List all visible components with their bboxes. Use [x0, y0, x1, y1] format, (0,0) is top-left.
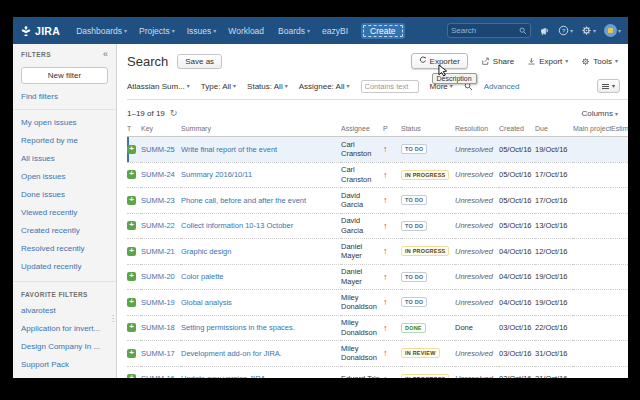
column-header[interactable]: Main project	[573, 122, 611, 137]
issue-row[interactable]: + SUMM-24 Summary 2016/10/11 Carl Cranst…	[127, 162, 628, 188]
nav-menu-item[interactable]: Workload	[222, 26, 272, 36]
create-button[interactable]: Create	[361, 23, 405, 39]
assignee-name[interactable]: David Garcia	[341, 216, 381, 235]
sidebar-favorite-item[interactable]: Support Pack	[13, 361, 116, 369]
issue-summary-link[interactable]: Setting permissions in the spaces.	[181, 323, 295, 332]
collapse-sidebar-icon[interactable]: «	[103, 50, 108, 59]
nav-menu-item[interactable]: eazyBI	[316, 26, 356, 36]
issue-summary-link[interactable]: Update new version JIRA	[181, 374, 266, 378]
issue-summary-link[interactable]: Graphic design	[181, 247, 231, 256]
nav-menu-item[interactable]: Dashboards▾	[70, 26, 133, 36]
help-icon[interactable]: ? ▾	[558, 25, 573, 36]
issue-summary-link[interactable]: Collect information 10-13 October	[181, 221, 293, 230]
issue-key-link[interactable]: SUMM-23	[141, 196, 175, 205]
sidebar-filter-item[interactable]: Reported by me	[13, 137, 116, 145]
nav-menu-item[interactable]: Issues▾	[181, 26, 223, 36]
assignee-name[interactable]: Miley Donaldson	[341, 344, 381, 363]
column-header[interactable]: Due	[535, 122, 573, 137]
sidebar-filter-item[interactable]: Viewed recently	[13, 209, 116, 217]
assignee-name[interactable]: Daniel Mayer	[341, 242, 381, 261]
assignee-name[interactable]: Carl Cranston	[341, 140, 381, 159]
nav-menu-label: Issues	[187, 26, 212, 36]
sidebar-favorite-item[interactable]: Application for invert...	[13, 325, 116, 333]
column-header[interactable]: Key	[141, 122, 181, 137]
issue-key-link[interactable]: SUMM-21	[141, 247, 175, 256]
nav-menu-item[interactable]: Boards▾	[272, 26, 316, 36]
assignee-filter-dropdown[interactable]: Assignee: All▾	[299, 82, 350, 91]
assignee-name[interactable]: David Garcia	[341, 191, 381, 210]
issue-summary-link[interactable]: Global analysis	[181, 298, 232, 307]
sidebar-filter-item[interactable]: All issues	[13, 155, 116, 163]
issue-row[interactable]: + SUMM-23 Phone call, before and after t…	[127, 188, 628, 214]
type-filter-dropdown[interactable]: Type: All▾	[201, 82, 236, 91]
issue-key-link[interactable]: SUMM-20	[141, 272, 175, 281]
sidebar-resize-handle[interactable]: ⋮	[113, 44, 116, 378]
sidebar-favorite-item[interactable]: alvarotest	[13, 307, 116, 315]
issue-key-link[interactable]: SUMM-18	[141, 323, 175, 332]
sidebar-filter-item[interactable]: Resolved recently	[13, 245, 116, 253]
column-header[interactable]: Assignee	[341, 122, 383, 137]
columns-dropdown[interactable]: Columns ▾	[581, 109, 618, 118]
view-switcher-button[interactable]: ▾	[597, 79, 620, 93]
issue-summary-link[interactable]: Phone call, before and after the event	[181, 196, 306, 205]
issue-row[interactable]: + SUMM-22 Collect information 10-13 Octo…	[127, 213, 628, 239]
new-filter-button[interactable]: New filter	[21, 67, 108, 84]
refresh-icon[interactable]: ↻	[170, 109, 178, 118]
column-header[interactable]: Summary	[181, 122, 341, 137]
issue-key-link[interactable]: SUMM-24	[141, 170, 175, 179]
status-filter-dropdown[interactable]: Status: All▾	[247, 82, 288, 91]
issue-row[interactable]: + SUMM-19 Global analysis Miley Donaldso…	[127, 290, 628, 316]
issue-summary-link[interactable]: Color palette	[181, 272, 224, 281]
assignee-name[interactable]: Miley Donaldson	[341, 318, 381, 337]
issue-row[interactable]: + SUMM-21 Graphic design Daniel Mayer ↑ …	[127, 239, 628, 265]
issue-row[interactable]: + SUMM-17 Development add-on for JIRA. M…	[127, 341, 628, 367]
issue-summary-link[interactable]: Write final report of the event	[181, 145, 277, 154]
issue-row[interactable]: + SUMM-25 Write final report of the even…	[127, 137, 628, 163]
assignee-name[interactable]: Carl Cranston	[341, 165, 381, 184]
column-header[interactable]: Estim	[611, 122, 628, 137]
priority-high-icon: ↑	[383, 374, 388, 378]
assignee-name[interactable]: Miley Donaldson	[341, 293, 381, 312]
jira-logo[interactable]: JIRA	[20, 25, 60, 37]
issue-row[interactable]: + SUMM-20 Color palette Daniel Mayer ↑ T…	[127, 264, 628, 290]
issue-row[interactable]: + SUMM-18 Setting permissions in the spa…	[127, 315, 628, 341]
issue-summary-link[interactable]: Summary 2016/10/11	[181, 170, 252, 179]
feedback-megaphone-icon[interactable]	[539, 25, 550, 36]
contains-text-input[interactable]	[361, 80, 419, 93]
exporter-button[interactable]: Exporter Description	[411, 53, 468, 69]
column-header[interactable]: Resolution	[455, 122, 499, 137]
find-filters-link[interactable]: Find filters	[13, 93, 116, 101]
issue-key-link[interactable]: SUMM-22	[141, 221, 175, 230]
issue-key-link[interactable]: SUMM-17	[141, 349, 175, 358]
sidebar-filter-item[interactable]: Updated recently	[13, 263, 116, 271]
column-header[interactable]: Status	[401, 122, 455, 137]
sidebar-filter-item[interactable]: My open issues	[13, 119, 116, 127]
issue-key-link[interactable]: SUMM-19	[141, 298, 175, 307]
advanced-link[interactable]: Advanced	[484, 82, 520, 91]
sidebar-filter-item[interactable]: Created recently	[13, 227, 116, 235]
admin-gear-icon[interactable]: ▾	[581, 25, 596, 36]
export-button[interactable]: Export ▾	[527, 57, 568, 66]
search-icon[interactable]	[519, 27, 527, 35]
caret-down-icon: ▾	[618, 28, 621, 34]
column-header[interactable]: T	[127, 122, 141, 137]
issue-key-link[interactable]: SUMM-16	[141, 374, 175, 378]
assignee-name[interactable]: Daniel Mayer	[341, 267, 381, 286]
sidebar-filter-item[interactable]: Done issues	[13, 191, 116, 199]
issue-key-link[interactable]: SUMM-25	[141, 145, 175, 154]
nav-menu-item[interactable]: Projects▾	[133, 26, 181, 36]
sidebar-filter-item[interactable]: Open issues	[13, 173, 116, 181]
project-filter-dropdown[interactable]: Atlassian Sum...▾	[127, 82, 190, 91]
issue-summary-link[interactable]: Development add-on for JIRA.	[181, 349, 282, 358]
search-input[interactable]	[451, 26, 519, 35]
issue-type-icon: +	[127, 247, 136, 256]
user-menu[interactable]: ▾	[604, 24, 621, 37]
column-header[interactable]: P	[383, 122, 401, 137]
column-header[interactable]: Created	[499, 122, 535, 137]
issue-row[interactable]: + SUMM-16 Update new version JIRA Eduard…	[127, 366, 628, 378]
assignee-name[interactable]: Eduard Trio	[341, 374, 381, 378]
tools-button[interactable]: Tools ▾	[581, 57, 618, 66]
sidebar-favorite-item[interactable]: Design Company In ...	[13, 343, 116, 351]
share-button[interactable]: Share	[481, 57, 514, 66]
save-as-button[interactable]: Save as	[177, 54, 222, 69]
